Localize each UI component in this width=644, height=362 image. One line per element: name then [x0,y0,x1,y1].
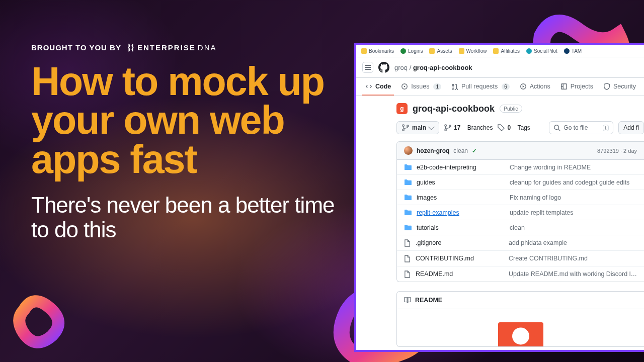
add-file-button[interactable]: Add fi [618,121,644,134]
bookmark-icon [429,48,435,54]
readme-header[interactable]: README [397,292,644,309]
file-name[interactable]: e2b-code-interpreting [417,164,505,171]
file-name[interactable]: guides [417,179,505,186]
tab-icon [401,83,408,90]
readme-hero-logo [498,322,543,346]
file-name[interactable]: .gitignore [416,239,504,246]
tab-icon [520,83,527,90]
tab-code[interactable]: Code [362,78,394,96]
commit-author: hozen-groq [417,147,449,154]
page-subtitle: There's never been a better time to do t… [31,193,353,242]
file-commit-message[interactable]: add phidata example [509,239,637,246]
file-commit-message[interactable]: clean [510,224,637,231]
brand-name-a: ENTERPRISE [137,43,196,52]
tags-link[interactable]: 0 Tags [498,124,530,131]
repo-owner[interactable]: groq [394,64,408,71]
repo-name-crumb[interactable]: groq-api-cookbook [413,64,472,71]
file-row[interactable]: README.mdUpdate README.md with working D… [397,266,644,282]
file-name[interactable]: tutorials [417,224,505,231]
repo-avatar: g [396,103,408,114]
folder-icon [404,224,412,231]
bookmark-icon [526,48,532,54]
breadcrumb[interactable]: groq / groq-api-cookbook [394,64,472,71]
page-title: How to mock up your own web apps fast [31,62,353,178]
bookmark-icon [459,48,464,54]
file-name[interactable]: README.md [416,270,504,278]
folder-icon [404,164,412,170]
book-icon [404,297,411,304]
bookmark-item[interactable]: Assets [429,48,452,54]
folder-icon [404,194,412,201]
tab-label: Actions [530,83,550,90]
file-commit-message[interactable]: Fix naming of logo [510,194,637,201]
repo-name[interactable]: groq-api-cookbook [413,104,495,114]
tab-label: Issues [411,83,429,90]
tab-actions[interactable]: Actions [517,78,553,96]
tab-security[interactable]: Security [600,78,639,96]
branch-icon [402,124,409,131]
github-panel: BookmarksLoginsAssetsWorkflowAffiliatesS… [354,43,644,352]
tab-count-badge: 1 [433,83,441,90]
file-row[interactable]: e2b-code-interpretingChange wording in R… [397,160,644,175]
file-name[interactable]: CONTRIBUTING.md [416,255,504,262]
file-listing: hozen-groq clean ✓ 8792319 · 2 day e2b-c… [396,141,644,282]
github-mark-icon[interactable] [378,62,389,73]
file-name[interactable]: images [417,194,505,201]
visibility-badge: Public [500,105,522,113]
readme-box: README [396,291,644,347]
file-row[interactable]: replit-examplesupdate replit templates [397,205,644,220]
branch-switcher-button[interactable]: main [396,121,439,134]
search-icon [553,124,560,131]
file-name-link[interactable]: replit-examples [417,209,459,216]
tab-issues[interactable]: Issues1 [398,78,444,96]
tab-icon [603,83,610,90]
file-icon [404,270,411,278]
bookmark-item[interactable]: Bookmarks [361,48,394,54]
bookmark-label: Assets [437,48,452,54]
tab-label: Code [375,83,391,90]
file-row[interactable]: CONTRIBUTING.mdCreate CONTRIBUTING.md [397,251,644,266]
file-commit-message[interactable]: Change wording in README [510,164,637,171]
branches-link[interactable]: 17 Branches [444,124,493,131]
file-row[interactable]: tutorialsclean [397,220,644,235]
readme-body [397,309,644,346]
bookmark-item[interactable]: TAM [564,48,582,54]
folder-icon [404,179,412,186]
bookmark-label: Affiliates [501,48,520,54]
search-kbd-hint: t [603,125,609,131]
repo-title-row: g groq-api-cookbook Public [396,103,644,114]
decorative-blob-bottom-left [8,289,73,354]
search-placeholder: Go to file [564,124,599,131]
file-row[interactable]: .gitignoreadd phidata example [397,235,644,251]
svg-point-4 [554,125,559,130]
tab-icon [560,83,568,90]
bookmark-icon [564,48,570,54]
repo-body: g groq-api-cookbook Public main 17 Branc… [356,96,644,347]
browser-bookmarks-bar: BookmarksLoginsAssetsWorkflowAffiliatesS… [356,45,644,57]
tab-label: Security [613,83,636,90]
file-commit-message[interactable]: Create CONTRIBUTING.md [509,255,637,262]
file-row[interactable]: imagesFix naming of logo [397,190,644,205]
bookmark-label: SocialPilot [534,48,557,54]
file-icon [404,255,411,262]
bookmark-item[interactable]: Affiliates [493,48,520,54]
tab-pull-requests[interactable]: Pull requests6 [448,78,513,96]
file-name[interactable]: replit-examples [417,209,505,216]
file-row[interactable]: guidescleanup for guides and codegpt gui… [397,175,644,190]
tab-projects[interactable]: Projects [557,78,596,96]
folder-icon [404,209,412,216]
bookmark-item[interactable]: Workflow [459,48,487,54]
file-commit-message[interactable]: cleanup for guides and codegpt guide edi… [510,179,637,186]
bookmark-item[interactable]: Logins [400,48,423,54]
file-commit-message[interactable]: Update README.md with working Discord li… [509,270,637,278]
latest-commit-row[interactable]: hozen-groq clean ✓ 8792319 · 2 day [397,142,644,160]
branch-icon [444,124,451,131]
bookmark-item[interactable]: SocialPilot [526,48,557,54]
brand-name-b: DNA [198,43,217,52]
tab-label: Projects [571,83,593,90]
file-commit-message[interactable]: update replit templates [510,209,637,216]
repo-header-bar: groq / groq-api-cookbook [356,57,644,78]
hamburger-button[interactable] [362,62,373,73]
commit-sha-date: 8792319 · 2 day [597,148,637,154]
go-to-file-input[interactable]: Go to file t [549,121,613,134]
